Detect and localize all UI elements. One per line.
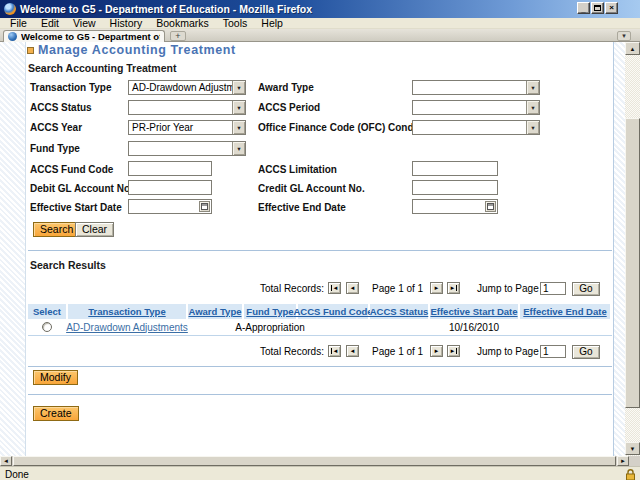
vertical-scrollbar[interactable]: ▲ ▼ <box>625 42 640 456</box>
header-transaction-type[interactable]: Transaction Type <box>68 304 186 319</box>
effective-start-field <box>128 199 212 214</box>
modify-button[interactable]: Modify <box>33 370 78 385</box>
chevron-down-icon[interactable]: ▼ <box>526 81 539 94</box>
accs-status-value <box>129 101 232 114</box>
last-page-icon <box>456 348 457 354</box>
award-type-label: Award Type <box>258 82 314 93</box>
next-page-button[interactable]: ► <box>430 345 443 357</box>
menu-edit[interactable]: Edit <box>34 18 66 29</box>
chevron-down-icon[interactable]: ▼ <box>232 142 245 155</box>
scroll-up-button[interactable]: ▲ <box>625 42 640 55</box>
search-button[interactable]: Search <box>33 222 80 237</box>
accs-period-label: ACCS Period <box>258 102 320 113</box>
menu-help[interactable]: Help <box>254 18 290 29</box>
chevron-down-icon[interactable]: ▼ <box>232 121 245 134</box>
go-button[interactable]: Go <box>572 345 600 359</box>
restore-button[interactable] <box>591 2 604 14</box>
title-bar: Welcome to G5 - Department of Education … <box>0 0 640 18</box>
total-records: Total Records: 1 <box>260 346 334 357</box>
next-page-icon: ► <box>434 348 440 354</box>
next-page-button[interactable]: ► <box>430 282 443 294</box>
chevron-down-icon[interactable]: ▼ <box>526 101 539 114</box>
menu-bookmarks[interactable]: Bookmarks <box>149 18 216 29</box>
pagination-top: Total Records: 1 ◄ ◄ Page 1 of 1 ► ► Jum… <box>28 282 612 296</box>
accs-year-label: ACCS Year <box>30 122 82 133</box>
transaction-type-select[interactable]: AD-Drawdown Adjustments ▼ <box>128 80 246 95</box>
accs-limitation-label: ACCS Limitation <box>258 164 337 175</box>
ofc-condition-label: Office Finance Code (OFC) Condition <box>258 122 435 133</box>
accs-status-select[interactable]: ▼ <box>128 100 246 115</box>
chevron-down-icon[interactable]: ▼ <box>232 101 245 114</box>
first-page-button[interactable]: ◄ <box>328 282 341 294</box>
first-page-button[interactable]: ◄ <box>328 345 341 357</box>
minimize-button[interactable]: _ <box>577 2 590 14</box>
horizontal-scrollbar-thumb[interactable] <box>13 456 616 466</box>
row-transaction-type-link[interactable]: AD-Drawdown Adjustments <box>66 322 188 333</box>
scroll-down-button[interactable]: ▼ <box>625 442 640 455</box>
scroll-up-icon: ▲ <box>630 46 636 52</box>
prev-page-button[interactable]: ◄ <box>346 282 359 294</box>
menu-file[interactable]: File <box>3 18 34 29</box>
header-accs-status[interactable]: ACCS Status <box>370 304 428 319</box>
fund-type-select[interactable]: ▼ <box>128 141 246 156</box>
jump-to-page-input[interactable] <box>540 282 566 295</box>
new-tab-button[interactable]: + <box>170 31 186 41</box>
calendar-button[interactable] <box>485 201 496 212</box>
award-type-select[interactable]: ▼ <box>412 80 540 95</box>
header-select: Select <box>28 304 66 319</box>
create-button[interactable]: Create <box>33 406 79 421</box>
accs-fund-code-label: ACCS Fund Code <box>30 164 113 175</box>
tab-active[interactable]: Welcome to G5 - Department of Edu... <box>3 30 165 42</box>
scroll-right-button[interactable]: ► <box>617 456 629 466</box>
accs-year-select[interactable]: PR-Prior Year ▼ <box>128 120 246 135</box>
accs-fund-code-input[interactable] <box>128 161 212 176</box>
search-section-title: Search Accounting Treatment <box>28 62 176 74</box>
clear-button[interactable]: Clear <box>75 222 114 237</box>
header-effective-start[interactable]: Effective Start Date <box>430 304 518 319</box>
ofc-condition-select[interactable]: ▼ <box>412 120 540 135</box>
total-records-label: Total Records: <box>260 283 324 294</box>
header-effective-end[interactable]: Effective End Date <box>520 304 610 319</box>
scroll-left-button[interactable]: ◄ <box>0 456 12 466</box>
horizontal-scrollbar[interactable]: ◄ ► <box>0 456 640 466</box>
results-section-title: Search Results <box>30 259 106 271</box>
scroll-down-icon: ▼ <box>630 446 636 452</box>
row-effective-start: 10/16/2010 <box>430 322 518 333</box>
status-text: Done <box>5 469 29 480</box>
section-divider <box>28 394 612 395</box>
effective-start-label: Effective Start Date <box>30 202 122 213</box>
accs-period-select[interactable]: ▼ <box>412 100 540 115</box>
last-page-button[interactable]: ► <box>447 345 460 357</box>
close-button[interactable]: × <box>605 2 618 14</box>
menu-history[interactable]: History <box>103 18 150 29</box>
first-page-icon <box>331 285 332 291</box>
prev-page-button[interactable]: ◄ <box>346 345 359 357</box>
list-tabs-button[interactable]: ▾ <box>617 31 631 41</box>
results-table: Select Transaction Type Award Type Fund … <box>28 304 612 336</box>
row-select-radio[interactable] <box>42 322 52 332</box>
window-title: Welcome to G5 - Department of Education … <box>20 3 312 15</box>
firefox-icon <box>4 3 16 15</box>
menu-tools[interactable]: Tools <box>216 18 255 29</box>
prev-page-icon: ◄ <box>350 348 356 354</box>
credit-gl-input[interactable] <box>412 180 498 195</box>
award-type-value <box>413 81 526 94</box>
header-award-type[interactable]: Award Type <box>188 304 242 319</box>
chevron-down-icon[interactable]: ▼ <box>526 121 539 134</box>
calendar-button[interactable] <box>199 201 210 212</box>
close-icon: × <box>609 4 614 12</box>
last-page-button[interactable]: ► <box>447 282 460 294</box>
header-fund-type[interactable]: Fund Type <box>244 304 296 319</box>
tab-title: Welcome to G5 - Department of Edu... <box>21 31 160 42</box>
security-lock-icon <box>624 468 637 480</box>
debit-gl-input[interactable] <box>128 180 212 195</box>
chevron-down-icon[interactable]: ▼ <box>232 81 245 94</box>
vertical-scrollbar-thumb[interactable] <box>625 118 640 408</box>
heading-bullet-icon <box>27 47 34 54</box>
accs-limitation-input[interactable] <box>412 161 498 176</box>
jump-to-page-input[interactable] <box>540 345 566 358</box>
menu-view[interactable]: View <box>66 18 103 29</box>
header-accs-fund-code[interactable]: ACCS Fund Code <box>298 304 368 319</box>
menu-bar: File Edit View History Bookmarks Tools H… <box>0 18 640 29</box>
go-button[interactable]: Go <box>572 282 600 296</box>
